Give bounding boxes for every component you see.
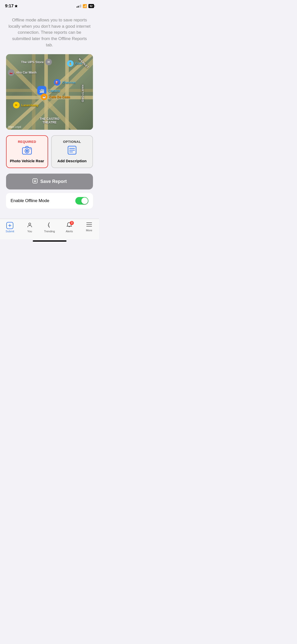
carwash-poi: 🚗 stro Car Wash: [8, 69, 38, 76]
more-tab-label: More: [86, 229, 92, 232]
toggle-knob: [81, 198, 88, 204]
map-copyright: Maps Legal: [8, 125, 21, 128]
offline-mode-label: Enable Offline Mode: [11, 198, 49, 203]
map-background: MARKET HARTFORD 🚈 Castro ⛽ Chevron ☕ Caf…: [6, 54, 93, 130]
offline-mode-row[interactable]: Enable Offline Mode: [6, 193, 93, 209]
battery-indicator: 92: [88, 4, 94, 8]
tab-trending[interactable]: Trending: [40, 221, 59, 233]
svg-point-3: [29, 148, 30, 149]
wifi-icon: 📶: [83, 4, 87, 8]
action-cards: REQUIRED Photo Vehicle Rear OPTIONAL: [6, 135, 93, 168]
alerts-wrapper: 3: [66, 222, 72, 229]
save-report-button[interactable]: Save Report: [6, 174, 93, 189]
home-indicator-container: [0, 239, 99, 243]
required-card-title: Photo Vehicle Rear: [10, 158, 44, 164]
optional-label: OPTIONAL: [63, 140, 81, 144]
location-icon: [15, 5, 18, 8]
description-icon: [67, 146, 77, 156]
you-icon: [27, 222, 33, 229]
status-time: 9:17: [5, 4, 18, 9]
laser-icon: ✂: [13, 102, 20, 108]
status-icons: 📶 92: [77, 4, 94, 8]
optional-description-card[interactable]: OPTIONAL Add Description: [51, 135, 93, 168]
tab-submit[interactable]: Submit: [0, 221, 20, 233]
alerts-badge: 3: [70, 221, 74, 225]
offline-mode-toggle[interactable]: [75, 197, 88, 205]
alerts-tab-label: Alerts: [66, 230, 73, 233]
castro-theatre-label: THE CASTROTHEATRE: [40, 117, 59, 124]
trending-tab-label: Trending: [44, 230, 55, 233]
signal-bars: [77, 5, 81, 8]
more-icon: [86, 222, 92, 228]
home-indicator: [33, 240, 67, 242]
map-container[interactable]: MARKET HARTFORD 🚈 Castro ⛽ Chevron ☕ Caf…: [6, 54, 93, 130]
svg-point-2: [26, 150, 28, 152]
tab-you[interactable]: You: [20, 221, 40, 233]
tab-bar: Submit You Trending: [0, 219, 99, 239]
status-bar: 9:17 📶 92: [0, 0, 99, 11]
submit-tab-label: Submit: [6, 230, 14, 233]
save-icon: [32, 178, 38, 185]
carwash-icon: 🚗: [8, 69, 14, 76]
tab-more[interactable]: More: [79, 221, 99, 232]
main-content: Offline mode allows you to save reports …: [0, 11, 99, 219]
you-tab-label: You: [27, 230, 32, 233]
tab-alerts[interactable]: 3 Alerts: [59, 221, 79, 233]
required-photo-card[interactable]: REQUIRED Photo Vehicle Rear: [6, 135, 48, 168]
camera-icon: [22, 146, 32, 156]
save-report-label: Save Report: [40, 179, 67, 184]
required-label: REQUIRED: [18, 140, 36, 144]
hartford-street-label: HARTFORD: [81, 85, 84, 102]
optional-card-title: Add Description: [57, 158, 87, 164]
offline-description: Offline mode allows you to save reports …: [6, 13, 93, 54]
trending-icon: [46, 222, 52, 229]
submit-icon: [6, 222, 13, 229]
svg-point-11: [29, 223, 31, 225]
